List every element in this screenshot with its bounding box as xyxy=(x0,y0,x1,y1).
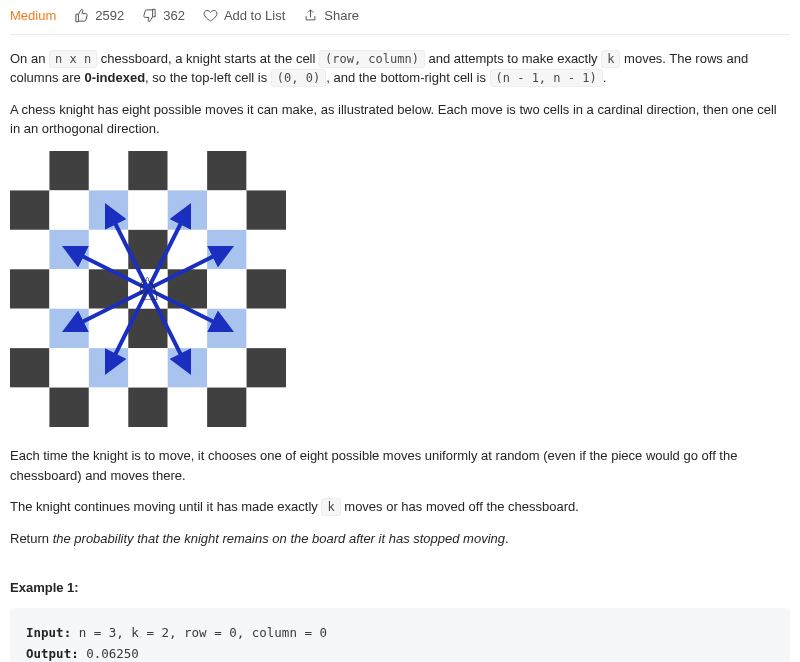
svg-rect-42 xyxy=(10,387,49,426)
upvote-count: 2592 xyxy=(95,6,124,26)
svg-rect-40 xyxy=(207,348,246,387)
share-label: Share xyxy=(324,6,359,26)
svg-rect-2 xyxy=(89,151,128,190)
add-to-list-label: Add to List xyxy=(224,6,285,26)
svg-rect-0 xyxy=(10,151,49,190)
svg-rect-26 xyxy=(207,269,246,308)
example-1-heading: Example 1: xyxy=(10,578,790,598)
svg-rect-7 xyxy=(10,190,49,229)
heart-icon xyxy=(203,8,218,23)
svg-rect-20 xyxy=(247,229,286,268)
svg-rect-46 xyxy=(168,387,207,426)
knight-moves-diagram: ♘ xyxy=(10,151,790,433)
svg-rect-21 xyxy=(10,269,49,308)
svg-rect-35 xyxy=(10,348,49,387)
example-1-block: Input: n = 3, k = 2, row = 0, column = 0… xyxy=(10,608,790,663)
downvote-button[interactable]: 362 xyxy=(142,6,185,26)
upvote-button[interactable]: 2592 xyxy=(74,6,124,26)
svg-rect-15 xyxy=(49,229,88,268)
add-to-list-button[interactable]: Add to List xyxy=(203,6,285,26)
problem-content: On an n x n chessboard, a knight starts … xyxy=(10,35,790,663)
svg-rect-6 xyxy=(247,151,286,190)
svg-rect-44 xyxy=(89,387,128,426)
paragraph-3: Each time the knight is to move, it choo… xyxy=(10,446,790,485)
svg-rect-28 xyxy=(10,308,49,347)
svg-rect-3 xyxy=(128,151,167,190)
svg-rect-9 xyxy=(89,190,128,229)
paragraph-1: On an n x n chessboard, a knight starts … xyxy=(10,49,790,88)
topbar: Medium 2592 362 Add to List Share xyxy=(10,0,790,35)
svg-rect-5 xyxy=(207,151,246,190)
svg-rect-8 xyxy=(49,190,88,229)
thumbs-up-icon xyxy=(74,8,89,23)
thumbs-down-icon xyxy=(142,8,157,23)
code-inline: k xyxy=(601,50,620,68)
svg-rect-14 xyxy=(10,229,49,268)
svg-rect-4 xyxy=(168,151,207,190)
svg-rect-33 xyxy=(207,308,246,347)
svg-rect-45 xyxy=(128,387,167,426)
share-button[interactable]: Share xyxy=(303,6,359,26)
svg-rect-27 xyxy=(247,269,286,308)
svg-rect-41 xyxy=(247,348,286,387)
paragraph-4: The knight continues moving until it has… xyxy=(10,497,790,517)
svg-rect-10 xyxy=(128,190,167,229)
svg-rect-36 xyxy=(49,348,88,387)
svg-rect-29 xyxy=(49,308,88,347)
svg-text:♘: ♘ xyxy=(134,271,163,307)
svg-rect-34 xyxy=(247,308,286,347)
code-inline: (0, 0) xyxy=(271,69,326,87)
code-inline: (row, column) xyxy=(319,50,425,68)
code-inline: k xyxy=(321,498,340,516)
downvote-count: 362 xyxy=(163,6,185,26)
svg-rect-47 xyxy=(207,387,246,426)
svg-rect-1 xyxy=(49,151,88,190)
code-inline: n x n xyxy=(49,50,97,68)
difficulty-badge: Medium xyxy=(10,6,56,26)
svg-rect-13 xyxy=(247,190,286,229)
share-icon xyxy=(303,8,318,23)
svg-rect-38 xyxy=(128,348,167,387)
paragraph-5: Return the probability that the knight r… xyxy=(10,529,790,549)
svg-rect-22 xyxy=(49,269,88,308)
code-inline: (n - 1, n - 1) xyxy=(490,69,603,87)
paragraph-2: A chess knight has eight possible moves … xyxy=(10,100,790,139)
svg-rect-48 xyxy=(247,387,286,426)
svg-rect-43 xyxy=(49,387,88,426)
svg-rect-12 xyxy=(207,190,246,229)
